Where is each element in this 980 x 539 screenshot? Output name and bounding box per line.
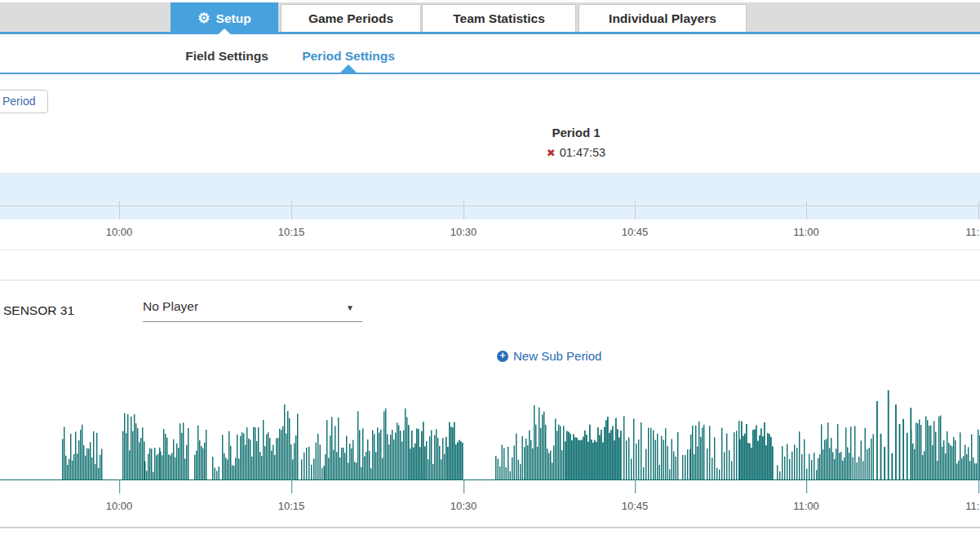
new-sub-period-link[interactable]: New Sub Period	[497, 349, 676, 363]
period-duration-row: ✖01:47:53	[494, 146, 658, 159]
period-button-label: Period	[2, 95, 35, 108]
time-tick-label: 11:15	[960, 226, 980, 238]
timeline-ruler-line	[0, 205, 980, 206]
player-select-value: No Player	[143, 299, 198, 314]
subtab-field-settings-label: Field Settings	[185, 49, 268, 63]
time-tick-label: 10:45	[616, 500, 654, 512]
time-tick-label: 10:15	[273, 500, 310, 512]
timeline-tick	[806, 201, 807, 219]
tab-game-periods-label: Game Periods	[308, 11, 393, 26]
time-tick-label: 11:00	[787, 500, 825, 512]
sensor-activity-waveform	[0, 367, 980, 506]
period-settings-page: ⚙ Setup Game Periods Team Statistics Ind…	[0, 0, 980, 539]
tab-individual-players-label: Individual Players	[609, 11, 716, 26]
period-timeline-band[interactable]	[0, 173, 980, 219]
delete-period-icon[interactable]: ✖	[547, 147, 556, 159]
period-button[interactable]: Period	[0, 90, 48, 113]
time-tick-label: 10:30	[445, 226, 482, 238]
timeline-tick	[119, 201, 120, 219]
plus-circle-icon	[497, 351, 508, 362]
time-tick-label: 10:00	[100, 226, 138, 238]
active-subtab-arrow	[340, 64, 357, 73]
time-tick-label: 11:00	[787, 226, 825, 238]
time-tick-label: 10:15	[273, 226, 310, 238]
tab-setup-label: Setup	[216, 11, 251, 26]
timeline-tick	[463, 201, 464, 219]
subnav-underline	[0, 73, 980, 74]
tab-game-periods[interactable]: Game Periods	[281, 4, 421, 32]
subtab-field-settings[interactable]: Field Settings	[166, 49, 288, 64]
time-tick-label: 10:30	[445, 500, 482, 512]
divider	[0, 250, 980, 250]
timeline-tick	[978, 201, 979, 219]
active-tab-arrow	[213, 29, 236, 39]
timeline-tick	[291, 201, 292, 219]
subtab-period-settings[interactable]: Period Settings	[287, 49, 410, 64]
divider	[0, 280, 980, 281]
time-tick-label: 11:15	[960, 500, 980, 512]
tab-team-statistics-label: Team Statistics	[453, 11, 545, 26]
chevron-down-icon: ▼	[346, 303, 354, 312]
period-duration: 01:47:53	[560, 146, 605, 159]
subtab-period-settings-label: Period Settings	[302, 49, 395, 63]
player-select-dropdown[interactable]: No Player ▼	[143, 296, 362, 322]
sensor-label: SENSOR 31	[3, 303, 74, 318]
timeline-tick	[635, 201, 636, 219]
tab-bar-underline	[0, 32, 980, 34]
period-title: Period 1	[494, 126, 658, 139]
gear-icon: ⚙	[197, 11, 210, 25]
time-tick-label: 10:00	[100, 500, 138, 512]
tab-team-statistics[interactable]: Team Statistics	[422, 4, 576, 32]
time-tick-label: 10:45	[616, 226, 654, 238]
new-sub-period-label: New Sub Period	[513, 349, 601, 363]
tab-individual-players[interactable]: Individual Players	[579, 4, 747, 32]
divider	[0, 527, 980, 528]
